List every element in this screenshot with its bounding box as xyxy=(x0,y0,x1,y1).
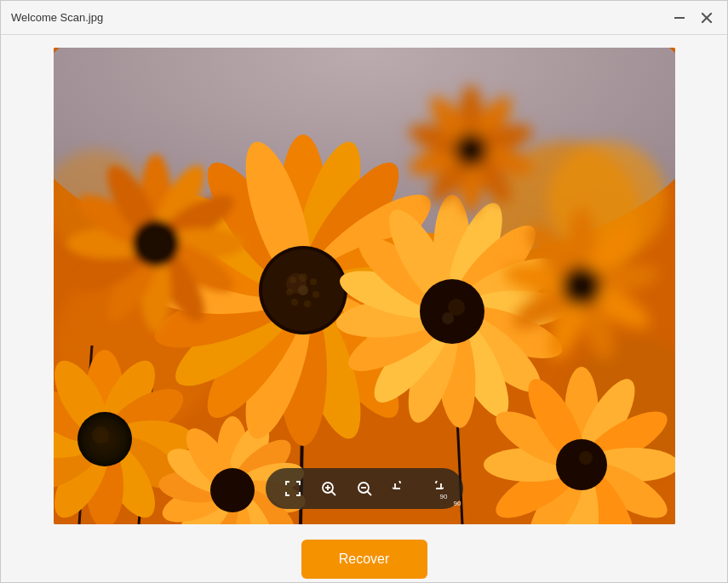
svg-rect-0 xyxy=(674,17,685,19)
rotate-right-button[interactable]: 90 xyxy=(422,475,450,502)
rotate-left-icon xyxy=(393,481,408,496)
svg-line-148 xyxy=(367,492,371,496)
image-toolbar: 90 90 xyxy=(266,468,463,509)
minimize-icon xyxy=(674,13,685,23)
rotate-left-button[interactable]: 90 xyxy=(387,475,414,502)
svg-point-28 xyxy=(92,426,109,443)
zoom-in-icon xyxy=(321,481,336,496)
zoom-out-button[interactable] xyxy=(351,475,378,502)
fit-screen-icon xyxy=(285,481,301,496)
fit-screen-button[interactable] xyxy=(279,475,307,502)
svg-point-43 xyxy=(210,468,255,512)
svg-point-67 xyxy=(310,278,317,285)
image-display xyxy=(54,48,675,524)
svg-point-117 xyxy=(454,133,488,167)
svg-point-141 xyxy=(579,451,593,465)
flower-svg xyxy=(54,48,675,524)
zoom-out-icon xyxy=(357,481,372,496)
image-container: 90 90 xyxy=(54,48,675,524)
recover-button[interactable]: Recover xyxy=(301,540,427,579)
svg-point-74 xyxy=(286,273,307,294)
zoom-in-button[interactable] xyxy=(315,475,342,502)
svg-point-127 xyxy=(561,266,602,306)
rotate-right-label: 90 xyxy=(440,493,448,500)
minimize-button[interactable] xyxy=(669,8,690,28)
svg-point-140 xyxy=(556,439,607,490)
window-controls xyxy=(669,8,717,28)
svg-point-68 xyxy=(312,291,319,298)
svg-point-69 xyxy=(304,300,311,307)
svg-point-106 xyxy=(132,220,180,267)
title-bar: Welcome Scan.jpg xyxy=(1,1,727,35)
window-title: Welcome Scan.jpg xyxy=(11,11,103,24)
close-button[interactable] xyxy=(696,8,717,28)
svg-line-145 xyxy=(331,492,335,496)
svg-point-70 xyxy=(291,299,298,306)
close-icon xyxy=(702,13,712,23)
svg-point-93 xyxy=(442,312,454,324)
content-area: 90 90 Recover xyxy=(1,35,727,583)
main-window: Welcome Scan.jpg xyxy=(0,0,728,583)
rotate-left-label: 90 xyxy=(454,500,461,507)
